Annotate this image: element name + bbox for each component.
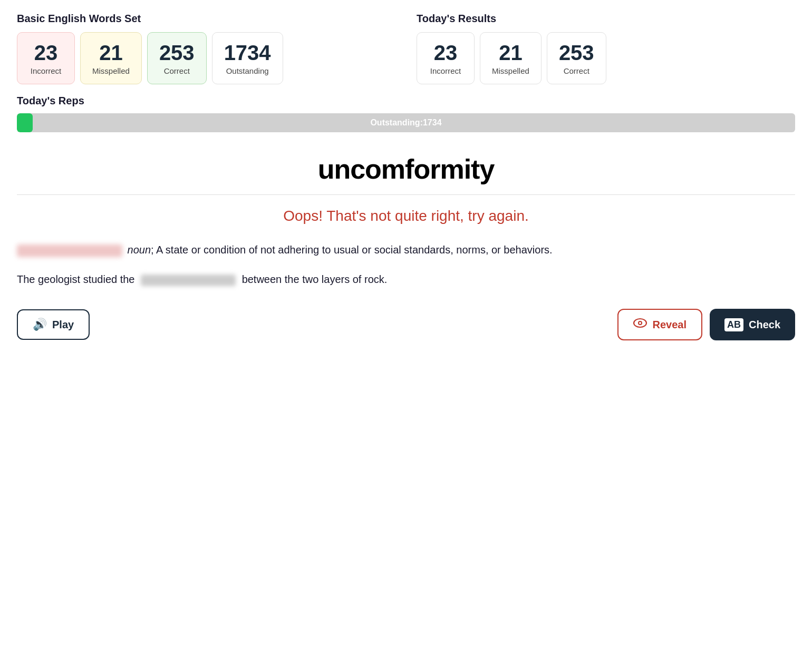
reps-title: Today's Reps: [17, 95, 795, 107]
basic-english-title: Basic English Words Set: [17, 13, 395, 25]
today-stat-card-correct: 253 Correct: [547, 32, 606, 84]
stat-card-misspelled: 21 Misspelled: [80, 32, 142, 84]
stat-number-correct: 253: [159, 41, 195, 64]
feedback-message: Oops! That's not quite right, try again.: [17, 208, 795, 224]
reps-section: Today's Reps Outstanding:1734: [17, 95, 795, 132]
reveal-button[interactable]: Reveal: [617, 309, 702, 340]
today-stat-card-incorrect: 23 Incorrect: [417, 32, 475, 84]
progress-bar-label: Outstanding:1734: [17, 113, 795, 132]
example-suffix: between the two layers of rock.: [242, 273, 388, 285]
stat-number-misspelled: 21: [92, 41, 130, 64]
today-stat-label-incorrect: Incorrect: [429, 66, 462, 75]
stat-label-correct: Correct: [159, 66, 195, 75]
example-prefix: The geologist studied the: [17, 273, 135, 285]
check-label: Check: [749, 319, 780, 331]
today-stat-number-correct: 253: [559, 41, 594, 64]
blurred-example-word: uncomformity: [141, 275, 236, 286]
stat-card-outstanding: 1734 Outstanding: [212, 32, 283, 84]
stat-label-outstanding: Outstanding: [224, 66, 271, 75]
basic-english-group: Basic English Words Set 23 Incorrect 21 …: [17, 13, 395, 84]
part-of-speech: noun: [128, 244, 151, 256]
stat-card-correct: 253 Correct: [147, 32, 207, 84]
play-button[interactable]: 🔊 Play: [17, 309, 90, 340]
ab-icon: AB: [724, 318, 743, 331]
today-results-title: Today's Results: [417, 13, 795, 25]
today-results-cards: 23 Incorrect 21 Misspelled 253 Correct: [417, 32, 795, 84]
today-stat-number-incorrect: 23: [429, 41, 462, 64]
speaker-icon: 🔊: [33, 318, 47, 331]
blurred-answer-word: uncomformity: [17, 244, 122, 257]
reveal-label: Reveal: [652, 319, 687, 331]
today-stat-label-misspelled: Misspelled: [492, 66, 529, 75]
check-button[interactable]: AB Check: [710, 309, 795, 340]
divider: [17, 194, 795, 195]
today-stat-label-correct: Correct: [559, 66, 594, 75]
eye-icon: [633, 317, 647, 332]
svg-point-2: [639, 322, 641, 324]
stat-label-incorrect: Incorrect: [29, 66, 63, 75]
stat-number-incorrect: 23: [29, 41, 63, 64]
play-label: Play: [52, 319, 74, 331]
stat-label-misspelled: Misspelled: [92, 66, 130, 75]
example-sentence: The geologist studied the uncomformity b…: [17, 271, 795, 288]
basic-english-cards: 23 Incorrect 21 Misspelled 253 Correct 1…: [17, 32, 395, 84]
today-stat-card-misspelled: 21 Misspelled: [480, 32, 542, 84]
action-buttons: 🔊 Play Reveal AB Check: [17, 309, 795, 340]
word-display: uncomformity: [17, 153, 795, 185]
stat-card-incorrect: 23 Incorrect: [17, 32, 75, 84]
right-button-group: Reveal AB Check: [617, 309, 795, 340]
today-stat-number-misspelled: 21: [492, 41, 529, 64]
definition-section: uncomformity noun; A state or condition …: [17, 241, 795, 258]
definition-text: ; A state or condition of not adhering t…: [151, 244, 553, 256]
today-results-group: Today's Results 23 Incorrect 21 Misspell…: [417, 13, 795, 84]
word-section: uncomformity: [17, 153, 795, 185]
stat-number-outstanding: 1734: [224, 41, 271, 64]
progress-bar: Outstanding:1734: [17, 113, 795, 132]
